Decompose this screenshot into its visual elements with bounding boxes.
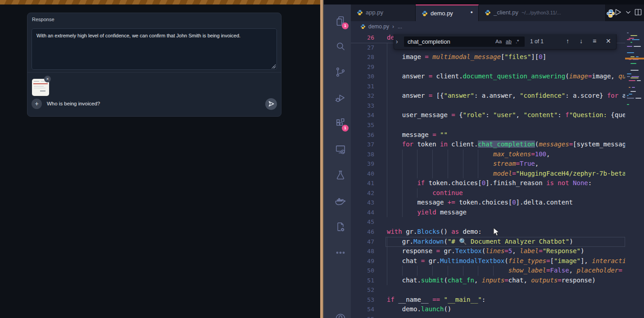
code-line-51[interactable]: chat.submit(chat_fn, inputs=chat, output… [387,276,625,286]
indent-guide [417,188,417,198]
docker-icon [335,195,346,207]
code-line-55[interactable] [387,314,625,318]
search-icon [335,41,346,52]
find-input[interactable]: chat_completion Aa ab .* [404,36,525,47]
previous-match-button[interactable]: ↑ [566,37,569,45]
indent-guide [387,43,387,218]
add-file-button[interactable]: + [32,99,42,109]
response-textarea[interactable]: With an extremely high level of confiden… [32,28,277,70]
modified-dot-icon[interactable]: ● [471,10,473,14]
code-editor[interactable]: 26def chat_fn(multimodal_message):2728 i… [351,32,625,318]
activity-account-icon[interactable] [331,309,349,318]
minimap-line [629,38,634,39]
run-debug-icon [335,92,346,104]
tab-_client.py[interactable]: _client.py~/.../python3.11/... [479,5,606,21]
minimap-search-match [625,58,644,59]
minimap-line [627,73,631,74]
code-line-33[interactable] [387,101,625,111]
whole-word-toggle[interactable]: ab [506,38,512,45]
find-in-selection-button[interactable]: ≡ [593,37,596,45]
minimap[interactable] [625,32,644,318]
code-line-32[interactable]: answer = [{"answer": a.answer, "confiden… [387,91,625,101]
activity-more-icon[interactable] [331,244,349,262]
more-icon [335,247,346,259]
activity-remote-explorer-icon[interactable] [331,141,349,159]
activity-run-debug-icon[interactable] [331,89,349,107]
toggle-replace-icon[interactable]: › [396,37,402,45]
minimap-line [629,94,632,95]
minimap-line [627,76,630,77]
minimap-line [630,77,639,78]
account-icon [335,313,346,318]
tab-label: _client.py~/.../python3.11/... [494,9,561,16]
breadcrumb-file[interactable]: demo.py [368,23,389,30]
tab-app.py[interactable]: app.py [351,5,416,21]
activity-source-control-icon[interactable] [331,63,349,81]
indent-guide [432,150,433,179]
find-widget: › chat_completion Aa ab .* 1 of 1 ↑ ↓ ≡ … [394,34,617,50]
code-line-37[interactable]: for token in client.chat_completion(mess… [387,140,625,150]
minimap-line [625,68,626,69]
remove-attachment-button[interactable]: × [44,76,51,82]
python-icon [360,24,366,29]
code-line-41[interactable]: if token.choices[0].finish_reason is not… [387,178,625,188]
run-python-file-button[interactable] [613,8,622,18]
send-button[interactable] [265,98,277,110]
code-line-50[interactable]: show_label=False, placeholder= [387,266,625,276]
code-line-49[interactable]: chat = gr.MultimodalTextbox(file_types=[… [387,256,625,266]
run-dropdown-icon[interactable] [624,8,633,18]
code-line-45[interactable] [387,217,625,227]
next-match-button[interactable]: ↓ [580,37,583,45]
minimap-line [632,39,639,40]
code-line-52[interactable] [387,285,625,295]
code-line-34[interactable]: user_message = {"role": "user", "content… [387,110,625,120]
line-number: 28 [351,52,374,62]
code-line-39[interactable]: stream=True, [387,159,625,169]
code-line-53[interactable]: if __name__ == "__main__": [387,295,625,305]
tab-demo.py[interactable]: demo.py● [416,5,479,21]
activity-explorer-icon[interactable]: 1 [331,12,349,30]
minimap-line [627,98,634,99]
indent-guide [417,266,417,276]
split-editor-button[interactable] [634,8,643,18]
resize-handle-icon[interactable] [272,64,276,68]
attachment-thumbnail[interactable]: × [32,79,49,96]
pane-divider-sash[interactable] [320,0,324,318]
code-line-36[interactable]: message = "" [387,130,625,140]
response-card: Response With an extremely high level of… [27,13,281,117]
code-line-54[interactable]: demo.launch() [387,304,625,314]
code-line-38[interactable]: max_tokens=100, [387,150,625,159]
line-number: 39 [351,159,374,169]
code-line-29[interactable] [387,62,625,72]
code-line-30[interactable]: answer = client.document_question_answer… [387,72,625,82]
activity-testing-icon[interactable] [331,166,349,184]
breadcrumb-rest[interactable]: ... [398,23,402,30]
regex-toggle[interactable]: .* [516,38,519,45]
code-line-28[interactable]: image = multimodal_message["files"][0] [387,52,625,62]
minimap-line [629,80,635,81]
code-line-48[interactable]: response = gr.Textbox(lines=5, label="Re… [387,246,625,256]
indent-guide [478,266,478,276]
match-case-toggle[interactable]: Aa [495,38,502,45]
response-text: With an extremely high level of confiden… [36,33,240,38]
divider [27,72,281,73]
chat-input-text[interactable]: Who is being invoiced? [47,101,100,106]
indent-guide [448,150,448,179]
close-find-button[interactable]: ✕ [606,37,611,45]
code-line-42[interactable]: continue [387,188,625,198]
line-number: 31 [351,82,374,91]
code-line-40[interactable]: model="HuggingFaceH4/zephyr-7b-beta", [387,169,625,179]
activity-file-settings-icon[interactable] [331,218,349,236]
code-line-46[interactable]: with gr.Blocks() as demo: [387,227,625,237]
code-line-44[interactable]: yield message [387,208,625,218]
code-line-43[interactable]: message += token.choices[0].delta.conten… [387,198,625,208]
tab-bar: app.pydemo.py●_client.py~/.../python3.11… [351,5,644,21]
line-number: 43 [351,198,374,208]
activity-extensions-icon[interactable]: 1 [331,114,349,132]
activity-search-icon[interactable] [331,37,349,55]
code-line-35[interactable] [387,120,625,130]
code-line-31[interactable] [387,82,625,91]
activity-docker-icon[interactable] [331,192,349,210]
minimap-line [634,46,641,47]
minimap-line [637,80,641,81]
